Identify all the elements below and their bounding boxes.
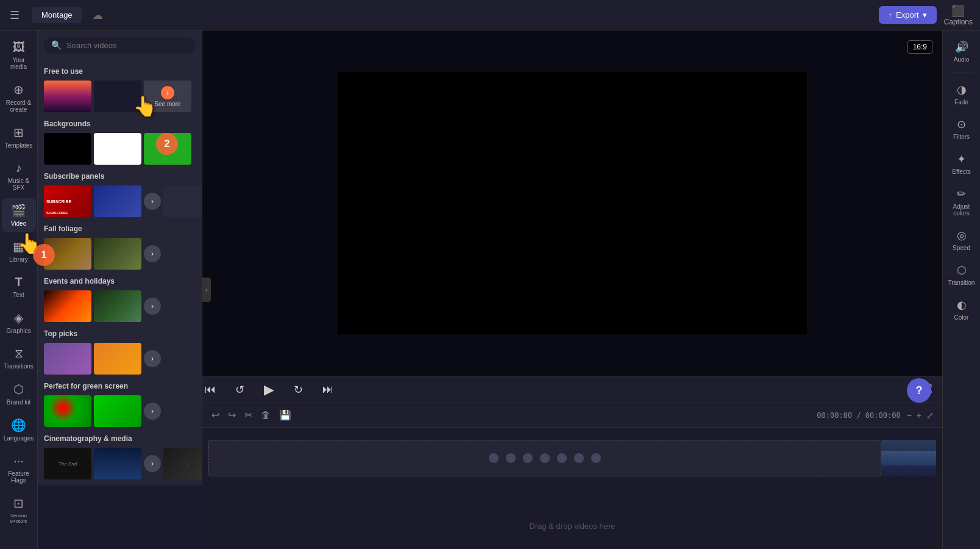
media-thumb[interactable] bbox=[44, 81, 91, 112]
media-thumb[interactable] bbox=[44, 395, 91, 427]
sidebar-item-templates[interactable]: ⊞ Templates bbox=[2, 120, 36, 154]
skip-forward-button[interactable]: ⏭ bbox=[320, 381, 336, 398]
media-thumb[interactable] bbox=[94, 81, 141, 112]
sidebar-item-version[interactable]: ⊡ Version94c63fc bbox=[2, 491, 36, 529]
languages-icon: 🌐 bbox=[11, 418, 26, 432]
video-preview: 16:9 bbox=[202, 30, 942, 376]
aspect-ratio-badge[interactable]: 16:9 bbox=[907, 40, 932, 54]
see-more-arrow[interactable]: › bbox=[144, 245, 161, 262]
media-thumb[interactable]: ↓ bbox=[163, 448, 202, 479]
speed-icon: ◎ bbox=[957, 229, 967, 242]
play-button[interactable]: ▶ bbox=[261, 379, 277, 400]
fade-icon: ◑ bbox=[957, 83, 967, 96]
sidebar-item-feature-flags[interactable]: ··· Feature Flags bbox=[2, 449, 36, 489]
media-thumb[interactable] bbox=[94, 185, 141, 217]
sidebar-item-color[interactable]: ◐ Color bbox=[945, 293, 979, 326]
transition-icon: ⬡ bbox=[957, 264, 967, 277]
your-media-icon: 🖼 bbox=[13, 40, 25, 54]
expand-button[interactable]: ⤢ bbox=[925, 409, 935, 422]
sidebar-item-transitions[interactable]: ⧖ Transitions bbox=[2, 342, 36, 375]
templates-icon: ⊞ bbox=[13, 125, 24, 140]
delete-button[interactable]: 🗑 bbox=[259, 408, 272, 423]
sidebar-item-speed[interactable]: ◎ Speed bbox=[945, 224, 979, 256]
cloud-icon[interactable]: ☁ bbox=[92, 9, 103, 22]
track-dot bbox=[574, 453, 584, 463]
media-thumb[interactable] bbox=[44, 290, 91, 322]
media-thumb[interactable] bbox=[44, 343, 91, 375]
sidebar-divider bbox=[950, 73, 974, 73]
sidebar-item-audio[interactable]: 🔊 Audio bbox=[945, 35, 979, 68]
forward-button[interactable]: ↻ bbox=[291, 381, 305, 399]
media-thumb[interactable] bbox=[94, 395, 141, 427]
captions-button[interactable]: ⬛ Captions bbox=[944, 4, 973, 26]
sidebar-item-label: Graphics bbox=[6, 328, 30, 334]
sidebar-item-adjust-colors[interactable]: ✏ Adjust colors bbox=[945, 182, 979, 221]
media-panel: 🔍 Free to use › See more Backgrounds bbox=[38, 30, 202, 486]
track-dot bbox=[506, 453, 516, 463]
rewind-button[interactable]: ↺ bbox=[233, 381, 247, 399]
media-thumb[interactable] bbox=[163, 185, 202, 217]
media-panel-wrapper: 🔍 Free to use › See more Backgrounds bbox=[38, 30, 202, 549]
graphics-icon: ◈ bbox=[14, 310, 23, 325]
sidebar-item-effects[interactable]: ✦ Effects bbox=[945, 148, 979, 180]
skip-back-button[interactable]: ⏮ bbox=[202, 381, 218, 398]
media-thumb[interactable] bbox=[94, 448, 141, 479]
sidebar-item-label: Video bbox=[11, 220, 26, 227]
rsi-label: Fade bbox=[954, 99, 968, 106]
media-thumb[interactable] bbox=[94, 290, 141, 322]
redo-button[interactable]: ↪ bbox=[226, 407, 238, 423]
sidebar-item-fade[interactable]: ◑ Fade bbox=[945, 78, 979, 110]
captions-label: Captions bbox=[944, 18, 973, 26]
sidebar-item-transition[interactable]: ⬡ Transition bbox=[945, 259, 979, 291]
see-more-arrow[interactable]: › bbox=[144, 455, 161, 472]
save-button[interactable]: 💾 bbox=[277, 407, 293, 423]
audio-icon: 🔊 bbox=[955, 40, 968, 54]
media-thumb[interactable] bbox=[94, 238, 141, 270]
media-thumb[interactable] bbox=[94, 133, 141, 165]
sidebar-item-library[interactable]: ▦ Library bbox=[2, 234, 36, 268]
media-thumb[interactable] bbox=[144, 133, 191, 165]
sidebar-item-graphics[interactable]: ◈ Graphics bbox=[2, 306, 36, 339]
zoom-out-button[interactable]: − bbox=[906, 409, 913, 422]
zoom-in-button[interactable]: + bbox=[915, 409, 923, 422]
search-input[interactable] bbox=[66, 41, 188, 50]
sidebar-item-video[interactable]: 🎬 Video bbox=[2, 198, 36, 232]
montage-tab[interactable]: Montage bbox=[32, 7, 82, 23]
media-thumb[interactable] bbox=[44, 133, 91, 165]
filters-icon: ⊙ bbox=[957, 118, 966, 131]
sidebar-item-languages[interactable]: 🌐 Languages bbox=[2, 413, 36, 447]
sidebar-item-music-sfx[interactable]: ♪ Music & SFX bbox=[2, 156, 36, 196]
sidebar-item-record-create[interactable]: ⊕ Record &create bbox=[2, 77, 36, 118]
media-thumb[interactable]: SUBSCRIBE bbox=[44, 185, 91, 217]
see-more-arrow[interactable]: › bbox=[144, 403, 161, 420]
hamburger-icon[interactable]: ☰ bbox=[7, 6, 22, 24]
timeline-area: ↩ ↪ ✂ 🗑 💾 00:00:00 / 00:00:00 − + ⤢ bbox=[202, 403, 942, 549]
media-thumb[interactable]: The End bbox=[44, 448, 91, 479]
see-more-arrow[interactable]: › bbox=[144, 350, 161, 367]
sidebar-item-text[interactable]: T Text bbox=[2, 270, 36, 303]
sidebar-item-brand-kit[interactable]: ⬡ Brand kit bbox=[2, 377, 36, 411]
music-sfx-icon: ♪ bbox=[16, 161, 22, 175]
track-dot bbox=[557, 453, 567, 463]
track-dot bbox=[591, 453, 601, 463]
record-create-icon: ⊕ bbox=[13, 82, 24, 97]
see-more-arrow[interactable]: › bbox=[144, 298, 161, 315]
video-drop-track[interactable] bbox=[208, 440, 881, 476]
version-icon: ⊡ bbox=[13, 496, 24, 511]
sidebar-item-filters[interactable]: ⊙ Filters bbox=[945, 113, 979, 145]
adjust-colors-icon: ✏ bbox=[957, 187, 966, 201]
export-button[interactable]: ↑ Export ▾ bbox=[879, 6, 937, 24]
sidebar-item-your-media[interactable]: 🖼 Your media bbox=[2, 35, 36, 75]
help-button[interactable]: ? bbox=[907, 378, 931, 403]
collapse-panel-arrow[interactable]: ‹ bbox=[202, 278, 211, 302]
section-title-cinema: Cinematography & media bbox=[44, 434, 196, 443]
undo-button[interactable]: ↩ bbox=[210, 407, 221, 423]
media-thumb[interactable] bbox=[94, 343, 141, 375]
cut-button[interactable]: ✂ bbox=[243, 407, 254, 423]
library-icon: ▦ bbox=[13, 239, 24, 254]
see-more-arrow[interactable]: › bbox=[144, 193, 161, 210]
see-more-button[interactable]: › See more bbox=[144, 81, 191, 112]
timeline-clip[interactable] bbox=[881, 440, 936, 476]
media-thumb[interactable] bbox=[44, 238, 91, 270]
sidebar-item-label: Feature Flags bbox=[4, 470, 34, 484]
